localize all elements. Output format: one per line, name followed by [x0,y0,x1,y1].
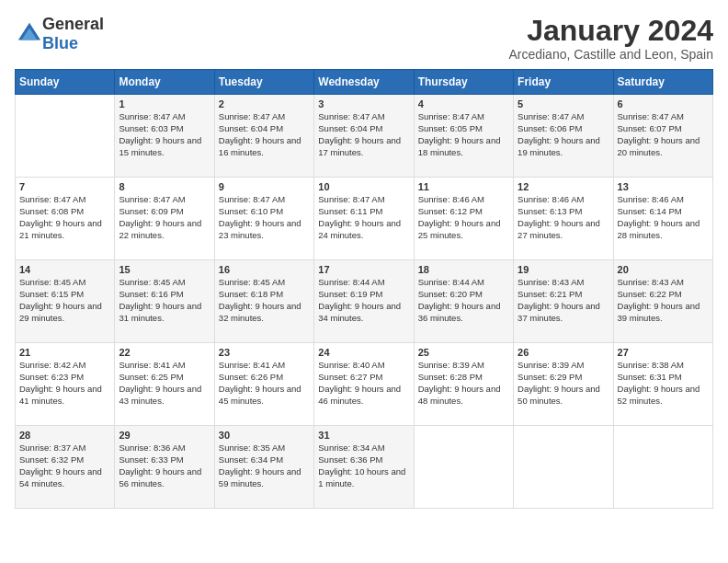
day-info: Sunrise: 8:39 AMSunset: 6:28 PMDaylight:… [418,360,509,407]
calendar-header-row: SundayMondayTuesdayWednesdayThursdayFrid… [16,70,713,95]
day-info: Sunrise: 8:43 AMSunset: 6:21 PMDaylight:… [518,277,609,324]
day-number: 22 [119,347,210,358]
day-cell: 1Sunrise: 8:47 AMSunset: 6:03 PMDaylight… [115,95,214,178]
day-cell: 22Sunrise: 8:41 AMSunset: 6:25 PMDayligh… [115,343,214,426]
day-cell: 12Sunrise: 8:46 AMSunset: 6:13 PMDayligh… [514,178,613,260]
day-cell: 20Sunrise: 8:43 AMSunset: 6:22 PMDayligh… [613,260,712,343]
day-number: 6 [618,98,709,109]
day-info: Sunrise: 8:46 AMSunset: 6:13 PMDaylight:… [518,194,609,241]
day-info: Sunrise: 8:47 AMSunset: 6:10 PMDaylight:… [219,194,310,241]
day-number: 3 [318,98,409,109]
day-number: 30 [219,430,310,441]
logo-icon [17,21,42,47]
day-number: 27 [618,347,709,358]
day-cell: 2Sunrise: 8:47 AMSunset: 6:04 PMDaylight… [214,95,313,178]
day-number: 11 [418,181,509,192]
day-info: Sunrise: 8:37 AMSunset: 6:32 PMDaylight:… [19,442,110,489]
day-cell: 19Sunrise: 8:43 AMSunset: 6:21 PMDayligh… [514,260,613,343]
day-cell [16,95,115,178]
logo: General Blue [15,15,104,53]
week-row-2: 7Sunrise: 8:47 AMSunset: 6:08 PMDaylight… [16,178,713,260]
day-header-tuesday: Tuesday [214,70,313,95]
day-cell: 17Sunrise: 8:44 AMSunset: 6:19 PMDayligh… [314,260,414,343]
day-number: 17 [318,264,409,275]
logo-text-general: General [42,15,104,33]
day-info: Sunrise: 8:44 AMSunset: 6:20 PMDaylight:… [418,277,509,324]
day-info: Sunrise: 8:43 AMSunset: 6:22 PMDaylight:… [618,277,709,324]
day-number: 13 [618,181,709,192]
day-cell: 30Sunrise: 8:35 AMSunset: 6:34 PMDayligh… [214,426,313,509]
day-cell: 24Sunrise: 8:40 AMSunset: 6:27 PMDayligh… [314,343,414,426]
day-number: 9 [219,181,310,192]
day-number: 19 [518,264,609,275]
week-row-4: 21Sunrise: 8:42 AMSunset: 6:23 PMDayligh… [16,343,713,426]
day-info: Sunrise: 8:35 AMSunset: 6:34 PMDaylight:… [219,442,310,489]
day-cell [514,426,613,509]
day-info: Sunrise: 8:42 AMSunset: 6:23 PMDaylight:… [19,360,110,407]
day-cell: 13Sunrise: 8:46 AMSunset: 6:14 PMDayligh… [613,178,712,260]
day-number: 25 [418,347,509,358]
day-header-friday: Friday [514,70,613,95]
day-info: Sunrise: 8:34 AMSunset: 6:36 PMDaylight:… [318,442,409,489]
day-info: Sunrise: 8:40 AMSunset: 6:27 PMDaylight:… [318,360,409,407]
location-title: Arcediano, Castille and Leon, Spain [508,47,713,62]
day-info: Sunrise: 8:47 AMSunset: 6:08 PMDaylight:… [19,194,110,241]
day-cell: 28Sunrise: 8:37 AMSunset: 6:32 PMDayligh… [16,426,115,509]
day-cell [613,426,712,509]
day-number: 2 [219,98,310,109]
day-info: Sunrise: 8:45 AMSunset: 6:16 PMDaylight:… [119,277,210,324]
day-number: 12 [518,181,609,192]
logo-text-blue: Blue [42,34,78,52]
day-cell: 26Sunrise: 8:39 AMSunset: 6:29 PMDayligh… [514,343,613,426]
day-info: Sunrise: 8:47 AMSunset: 6:06 PMDaylight:… [518,111,609,158]
day-header-wednesday: Wednesday [314,70,414,95]
day-info: Sunrise: 8:47 AMSunset: 6:05 PMDaylight:… [418,111,509,158]
day-info: Sunrise: 8:46 AMSunset: 6:12 PMDaylight:… [418,194,509,241]
month-title: January 2024 [508,15,713,47]
day-info: Sunrise: 8:47 AMSunset: 6:04 PMDaylight:… [219,111,310,158]
day-info: Sunrise: 8:36 AMSunset: 6:33 PMDaylight:… [119,442,210,489]
title-area: January 2024 Arcediano, Castille and Leo… [508,15,713,62]
day-number: 26 [518,347,609,358]
day-number: 4 [418,98,509,109]
day-cell: 15Sunrise: 8:45 AMSunset: 6:16 PMDayligh… [115,260,214,343]
day-number: 8 [119,181,210,192]
day-info: Sunrise: 8:45 AMSunset: 6:18 PMDaylight:… [219,277,310,324]
day-header-monday: Monday [115,70,214,95]
day-info: Sunrise: 8:47 AMSunset: 6:11 PMDaylight:… [318,194,409,241]
day-number: 24 [318,347,409,358]
day-info: Sunrise: 8:47 AMSunset: 6:03 PMDaylight:… [119,111,210,158]
day-cell: 3Sunrise: 8:47 AMSunset: 6:04 PMDaylight… [314,95,414,178]
day-cell: 11Sunrise: 8:46 AMSunset: 6:12 PMDayligh… [414,178,513,260]
day-number: 14 [19,264,110,275]
day-number: 7 [19,181,110,192]
day-cell: 29Sunrise: 8:36 AMSunset: 6:33 PMDayligh… [115,426,214,509]
day-cell: 5Sunrise: 8:47 AMSunset: 6:06 PMDaylight… [514,95,613,178]
day-header-thursday: Thursday [414,70,513,95]
day-cell: 4Sunrise: 8:47 AMSunset: 6:05 PMDaylight… [414,95,513,178]
day-number: 5 [518,98,609,109]
day-info: Sunrise: 8:47 AMSunset: 6:04 PMDaylight:… [318,111,409,158]
day-cell: 27Sunrise: 8:38 AMSunset: 6:31 PMDayligh… [613,343,712,426]
day-cell: 18Sunrise: 8:44 AMSunset: 6:20 PMDayligh… [414,260,513,343]
calendar-table: SundayMondayTuesdayWednesdayThursdayFrid… [15,69,713,509]
day-cell: 25Sunrise: 8:39 AMSunset: 6:28 PMDayligh… [414,343,513,426]
header: General Blue January 2024 Arcediano, Cas… [15,15,713,62]
day-info: Sunrise: 8:41 AMSunset: 6:25 PMDaylight:… [119,360,210,407]
day-cell: 14Sunrise: 8:45 AMSunset: 6:15 PMDayligh… [16,260,115,343]
day-number: 18 [418,264,509,275]
day-cell: 9Sunrise: 8:47 AMSunset: 6:10 PMDaylight… [214,178,313,260]
day-info: Sunrise: 8:44 AMSunset: 6:19 PMDaylight:… [318,277,409,324]
day-cell: 7Sunrise: 8:47 AMSunset: 6:08 PMDaylight… [16,178,115,260]
week-row-3: 14Sunrise: 8:45 AMSunset: 6:15 PMDayligh… [16,260,713,343]
day-number: 28 [19,430,110,441]
day-cell: 10Sunrise: 8:47 AMSunset: 6:11 PMDayligh… [314,178,414,260]
day-header-saturday: Saturday [613,70,712,95]
day-number: 20 [618,264,709,275]
day-info: Sunrise: 8:47 AMSunset: 6:09 PMDaylight:… [119,194,210,241]
day-cell: 16Sunrise: 8:45 AMSunset: 6:18 PMDayligh… [214,260,313,343]
day-number: 31 [318,430,409,441]
day-number: 15 [119,264,210,275]
day-number: 10 [318,181,409,192]
day-info: Sunrise: 8:45 AMSunset: 6:15 PMDaylight:… [19,277,110,324]
